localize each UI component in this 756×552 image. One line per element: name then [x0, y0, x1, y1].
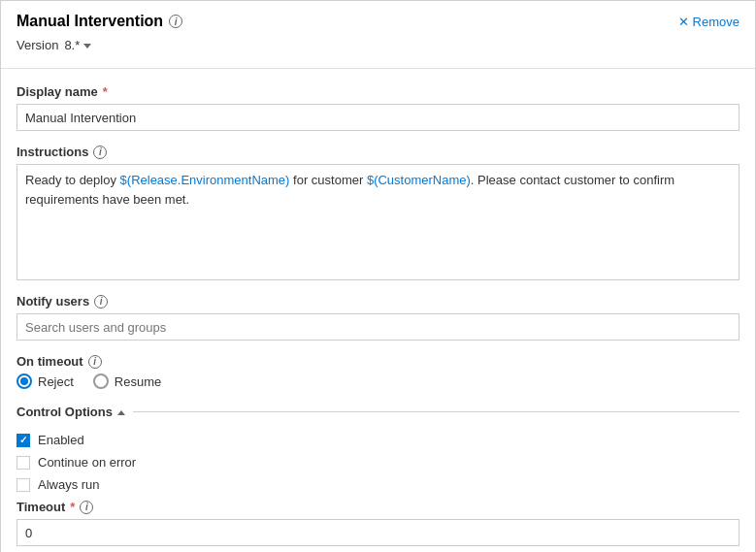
customer-name-link[interactable]: $(CustomerName): [367, 173, 471, 187]
on-timeout-radio-group: Reject Resume: [16, 373, 740, 389]
resume-radio-button[interactable]: [93, 373, 109, 389]
instructions-label: Instructions i: [16, 145, 740, 159]
continue-on-error-label: Continue on error: [38, 455, 136, 470]
header-row: Manual Intervention i ✕ Remove: [16, 13, 740, 30]
page-title: Manual Intervention: [16, 13, 163, 30]
notify-users-info-icon[interactable]: i: [94, 295, 108, 308]
timeout-info-icon[interactable]: i: [80, 501, 93, 514]
header-divider: [1, 68, 755, 69]
on-timeout-group: On timeout i Reject Resume: [16, 354, 740, 389]
reject-radio-option[interactable]: Reject: [16, 373, 74, 389]
timeout-required: *: [70, 500, 75, 514]
instructions-info-icon[interactable]: i: [93, 146, 107, 159]
version-value: 8.*: [64, 38, 80, 52]
resume-radio-option[interactable]: Resume: [93, 373, 161, 389]
display-name-label: Display name *: [16, 84, 740, 99]
continue-on-error-checkbox-option[interactable]: Continue on error: [16, 455, 740, 470]
display-name-input[interactable]: [16, 104, 740, 131]
title-area: Manual Intervention i: [16, 13, 182, 30]
control-options-line: [133, 411, 740, 412]
remove-button[interactable]: ✕ Remove: [678, 15, 740, 29]
control-options-divider: Control Options: [1, 405, 755, 419]
on-timeout-label: On timeout i: [16, 354, 740, 369]
env-name-link[interactable]: $(Release.EnvironmentName): [120, 173, 290, 187]
continue-on-error-checkbox[interactable]: [16, 456, 30, 470]
remove-x-icon: ✕: [678, 15, 689, 29]
resume-label: Resume: [115, 374, 161, 389]
manual-intervention-panel: Manual Intervention i ✕ Remove Version 8…: [0, 0, 756, 552]
instructions-content[interactable]: Ready to deploy $(Release.EnvironmentNam…: [16, 164, 740, 280]
control-options-checkboxes: Enabled Continue on error Always run: [16, 433, 740, 492]
always-run-checkbox[interactable]: [16, 478, 30, 492]
version-select[interactable]: 8.*: [64, 38, 91, 52]
display-name-required: *: [103, 84, 108, 99]
always-run-checkbox-option[interactable]: Always run: [16, 477, 740, 492]
instructions-text: Ready to deploy $(Release.EnvironmentNam…: [25, 173, 674, 207]
title-info-icon[interactable]: i: [169, 15, 182, 28]
enabled-label: Enabled: [38, 433, 84, 447]
instructions-group: Instructions i Ready to deploy $(Release…: [16, 145, 740, 280]
timeout-input[interactable]: [16, 519, 740, 546]
reject-label: Reject: [38, 374, 74, 389]
search-users-input[interactable]: [16, 313, 740, 341]
reject-radio-button[interactable]: [16, 373, 32, 389]
notify-users-group: Notify users i: [16, 294, 740, 341]
enabled-checkbox-option[interactable]: Enabled: [16, 433, 740, 447]
notify-users-label: Notify users i: [16, 294, 740, 308]
control-options-label: Control Options: [16, 405, 125, 419]
enabled-checkbox[interactable]: [16, 434, 30, 447]
display-name-group: Display name *: [16, 84, 740, 131]
remove-label: Remove: [693, 15, 740, 29]
version-label: Version: [16, 38, 58, 52]
on-timeout-info-icon[interactable]: i: [88, 355, 102, 369]
timeout-label: Timeout * i: [16, 500, 740, 514]
timeout-group: Timeout * i: [16, 500, 740, 546]
version-row: Version 8.*: [16, 38, 740, 52]
control-options-chevron-up-icon[interactable]: [117, 410, 125, 415]
version-chevron-down-icon: [83, 44, 91, 49]
always-run-label: Always run: [38, 477, 100, 492]
